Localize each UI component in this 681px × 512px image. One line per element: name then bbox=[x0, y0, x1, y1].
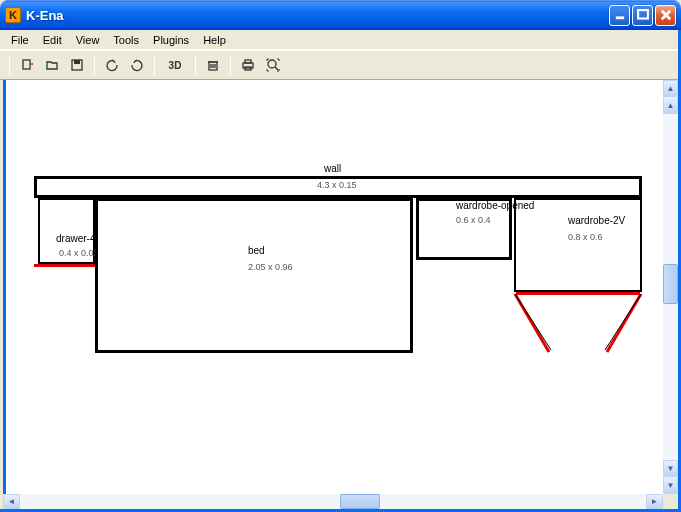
wardrobe-opened-dim: 0.6 x 0.4 bbox=[456, 215, 491, 225]
menubar: File Edit View Tools Plugins Help bbox=[0, 30, 681, 50]
toolbar-separator bbox=[195, 55, 196, 75]
scroll-track[interactable] bbox=[663, 114, 678, 460]
undo-button[interactable] bbox=[101, 54, 123, 76]
window-controls bbox=[609, 5, 676, 26]
maximize-button[interactable] bbox=[632, 5, 653, 26]
3d-view-button[interactable]: 3D bbox=[161, 54, 189, 76]
print-button[interactable] bbox=[237, 54, 259, 76]
toolbar: 3D bbox=[0, 50, 681, 80]
svg-rect-1 bbox=[638, 10, 648, 18]
scroll-down-button-2[interactable]: ▼ bbox=[663, 460, 678, 477]
save-button[interactable] bbox=[66, 54, 88, 76]
svg-rect-4 bbox=[23, 60, 30, 69]
svg-line-18 bbox=[515, 294, 551, 350]
wardrobe-2v-label: wardrobe-2V bbox=[568, 215, 625, 226]
bed-shape[interactable] bbox=[95, 198, 413, 353]
wall-label: wall bbox=[324, 163, 341, 174]
delete-button[interactable] bbox=[202, 54, 224, 76]
wardrobe-2v-shape[interactable] bbox=[514, 198, 642, 292]
toolbar-separator bbox=[154, 55, 155, 75]
horizontal-scrollbar[interactable]: ◄ ► bbox=[3, 494, 663, 509]
menu-help[interactable]: Help bbox=[196, 32, 233, 48]
scroll-down-button[interactable]: ▼ bbox=[663, 477, 678, 494]
drawer-4-dim: 0.4 x 0.02 bbox=[59, 248, 99, 258]
wardrobe-2v-dim: 0.8 x 0.6 bbox=[568, 232, 603, 242]
toolbar-separator bbox=[94, 55, 95, 75]
svg-line-20 bbox=[605, 294, 641, 350]
menu-edit[interactable]: Edit bbox=[36, 32, 69, 48]
scroll-up-button-2[interactable]: ▲ bbox=[663, 97, 678, 114]
wall-shape[interactable] bbox=[34, 176, 642, 198]
scroll-thumb[interactable] bbox=[663, 264, 678, 304]
svg-line-16 bbox=[275, 67, 278, 70]
open-button[interactable] bbox=[41, 54, 63, 76]
svg-rect-13 bbox=[245, 60, 251, 63]
titlebar: K K-Ena bbox=[0, 0, 681, 30]
new-button[interactable] bbox=[16, 54, 38, 76]
scroll-up-button[interactable]: ▲ bbox=[663, 80, 678, 97]
scroll-right-button[interactable]: ► bbox=[646, 494, 663, 509]
toolbar-separator bbox=[230, 55, 231, 75]
scroll-left-button[interactable]: ◄ bbox=[3, 494, 20, 509]
vertical-scrollbar[interactable]: ▲ ▲ ▼ ▼ bbox=[663, 80, 678, 494]
menu-plugins[interactable]: Plugins bbox=[146, 32, 196, 48]
app-icon: K bbox=[5, 7, 21, 23]
hscroll-track[interactable] bbox=[20, 494, 646, 509]
svg-rect-6 bbox=[74, 60, 80, 64]
close-button[interactable] bbox=[655, 5, 676, 26]
bed-dim: 2.05 x 0.96 bbox=[248, 262, 293, 272]
menu-view[interactable]: View bbox=[69, 32, 107, 48]
hscroll-thumb[interactable] bbox=[340, 494, 380, 509]
drawer-4-label: drawer-4 bbox=[56, 233, 95, 244]
content-area: wall 4.3 x 0.15 drawer-4 0.4 x 0.02 bed … bbox=[3, 80, 663, 494]
canvas[interactable]: wall 4.3 x 0.15 drawer-4 0.4 x 0.02 bed … bbox=[6, 80, 663, 494]
wardrobe-2v-doors-icon bbox=[511, 292, 646, 362]
redo-button[interactable] bbox=[126, 54, 148, 76]
zoom-fit-button[interactable] bbox=[262, 54, 284, 76]
minimize-button[interactable] bbox=[609, 5, 630, 26]
toolbar-separator bbox=[9, 55, 10, 75]
drawer-4-door bbox=[34, 264, 97, 267]
bed-label: bed bbox=[248, 245, 265, 256]
menu-file[interactable]: File bbox=[4, 32, 36, 48]
window-title: K-Ena bbox=[26, 8, 609, 23]
menu-tools[interactable]: Tools bbox=[106, 32, 146, 48]
svg-point-15 bbox=[268, 60, 276, 68]
